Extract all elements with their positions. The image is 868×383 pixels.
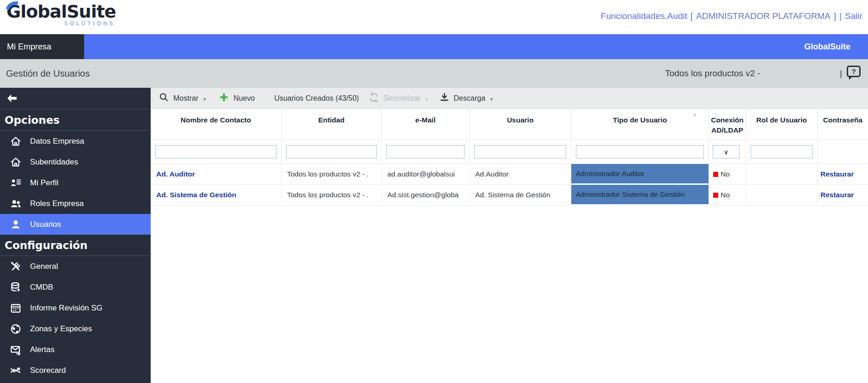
logo-text: GlobalSuite: [6, 1, 116, 22]
users-table: Nombre de Contacto Entidad e-Mail Usuari…: [151, 109, 868, 206]
filter-cell: [151, 140, 281, 164]
chevron-down-icon: [202, 94, 207, 103]
profile-card-icon: [9, 176, 22, 189]
tools-icon: [9, 260, 22, 273]
help-icon[interactable]: ?: [847, 66, 861, 77]
filter-cell: [818, 140, 868, 164]
mail-arrow-icon: [9, 343, 22, 356]
filter-input-nombre[interactable]: [155, 145, 276, 158]
sincronizar-label: Sincronizar: [384, 94, 421, 103]
sort-ascending-icon[interactable]: ▲: [692, 111, 697, 118]
column-header-tipo-de-usuario[interactable]: Tipo de Usuario▲: [571, 109, 709, 140]
pagebar-divider: |: [840, 68, 842, 79]
sync-icon: [368, 92, 379, 105]
filter-input-entidad[interactable]: [286, 145, 377, 158]
sidebar-item-label: CMDB: [30, 283, 53, 292]
toolbar: Mostrar Nuevo Usuarios Creados (43/50) S…: [151, 88, 868, 109]
user-name-link[interactable]: Ad. Auditor: [151, 164, 281, 185]
filter-input-email[interactable]: [386, 145, 465, 158]
sidebar-item-label: Scorecard: [30, 366, 66, 375]
top-header: GlobalSuite SOLUTIONS Funcionalidades.Au…: [0, 0, 868, 34]
column-header-entidad[interactable]: Entidad: [281, 109, 382, 140]
navbar: Mi Empresa GlobalSuite: [0, 34, 868, 59]
sidebar-item-alertas[interactable]: Alertas: [0, 339, 151, 360]
sidebar-item-scorecard[interactable]: Scorecard: [0, 360, 151, 381]
plus-icon: [219, 92, 229, 104]
calendar-icon: [9, 302, 22, 315]
column-header-conexion-ad-ldap[interactable]: Conexión AD/LDAP: [709, 109, 746, 140]
sincronizar-button[interactable]: Sincronizar: [368, 92, 429, 105]
sidebar-item-label: Usuarios: [30, 220, 61, 229]
tipo-usuario-cell[interactable]: Administrador Auditor: [571, 164, 709, 185]
filter-input-rol-de-usuario[interactable]: [751, 145, 813, 158]
column-header-email[interactable]: e-Mail: [382, 109, 470, 140]
sidebar-item-label: Roles Empresa: [30, 199, 84, 208]
filter-cell: [382, 140, 470, 164]
ldap-disconnected-icon: [713, 172, 718, 177]
restaurar-link[interactable]: Restaurar: [818, 164, 868, 185]
usuarios-creados-counter: Usuarios Creados (43/50): [274, 94, 359, 103]
ldap-disconnected-icon: [713, 193, 718, 198]
role-bracket-open: [: [691, 11, 693, 21]
filter-select-conexion-ad-ldap[interactable]: [713, 145, 740, 158]
column-header-rol-de-usuario[interactable]: Rol de Usuario: [746, 109, 818, 140]
nuevo-button[interactable]: Nuevo: [219, 92, 255, 104]
mostrar-label: Mostrar: [173, 94, 198, 103]
top-links-divider: |: [839, 11, 842, 21]
mostrar-button[interactable]: Mostrar: [159, 92, 207, 104]
page-bar: Gestión de Usuarios Todos los productos …: [0, 59, 868, 88]
filter-cell: [709, 140, 746, 164]
navbar-brand: GlobalSuite: [804, 42, 850, 52]
sidebar-item-zonas-y-especies[interactable]: Zonas y Especies: [0, 318, 151, 339]
main-area: Opciones Datos Empresa Subentidades Mi P…: [0, 88, 868, 383]
role-bracket-close: ]: [834, 11, 836, 21]
chevron-down-icon: [425, 94, 429, 103]
usuario-cell: Ad. Sistema de Gestión: [470, 185, 571, 206]
entidad-cell: Todos los productos v2 - .: [281, 164, 382, 185]
top-links: Funcionalidades.Audit [ ADMINISTRADOR PL…: [601, 11, 862, 21]
sidebar-item-informe-revision-sg[interactable]: Informe Revisión SG: [0, 298, 151, 318]
sidebar-item-subentidades[interactable]: Subentidades: [0, 152, 151, 172]
entity-context-label: Todos los productos v2 -: [665, 68, 760, 79]
sidebar-section-configuracion: Configuración: [0, 235, 151, 256]
tipo-usuario-cell[interactable]: Administrador Sistema de Gestión: [571, 185, 709, 206]
filter-input-usuario[interactable]: [474, 145, 566, 158]
download-icon: [439, 92, 450, 104]
filter-input-tipo-de-usuario[interactable]: [576, 145, 704, 158]
database-upload-icon: [9, 281, 22, 294]
sidebar-item-usuarios[interactable]: Usuarios: [0, 214, 151, 235]
descarga-label: Descarga: [454, 94, 485, 103]
rol-usuario-cell: [746, 185, 818, 206]
people-icon: [9, 197, 22, 210]
sidebar-item-label: General: [30, 262, 58, 271]
column-header-contrasena[interactable]: Contraseña: [818, 109, 868, 140]
sidebar-item-datos-empresa[interactable]: Datos Empresa: [0, 131, 151, 152]
column-header-usuario[interactable]: Usuario: [470, 109, 571, 140]
descarga-button[interactable]: Descarga: [439, 92, 494, 104]
sidebar-item-label: Mi Perfil: [30, 178, 58, 188]
column-header-nombre-de-contacto[interactable]: Nombre de Contacto: [151, 109, 281, 140]
trend-lines-icon: [9, 364, 22, 377]
user-name-link[interactable]: Ad. Sistema de Gestión: [151, 185, 281, 206]
search-icon: [159, 92, 169, 104]
email-cell: Ad.sist.gestion@globa: [382, 185, 470, 206]
sidebar-back-button[interactable]: [0, 88, 151, 109]
home-icon: [9, 156, 22, 169]
nuevo-label: Nuevo: [233, 94, 255, 103]
sidebar-item-label: Alertas: [30, 345, 55, 354]
module-link[interactable]: Funcionalidades.Audit: [601, 11, 687, 21]
restaurar-link[interactable]: Restaurar: [818, 185, 868, 206]
sidebar-item-cmdb[interactable]: CMDB: [0, 277, 151, 298]
sidebar-item-general[interactable]: General: [0, 256, 151, 277]
sidebar-section-opciones: Opciones: [0, 109, 151, 131]
person-icon: [9, 218, 22, 231]
role-label: ADMINISTRADOR PLATAFORMA: [696, 11, 831, 21]
sidebar-item-roles-empresa[interactable]: Roles Empresa: [0, 193, 151, 214]
conexion-ldap-cell: No: [709, 164, 746, 185]
logout-link[interactable]: Salir: [845, 11, 862, 21]
conexion-ldap-cell: No: [709, 185, 746, 206]
tab-mi-empresa[interactable]: Mi Empresa: [0, 34, 84, 59]
logo-g-arc-icon: G: [6, 1, 20, 22]
filter-cell: [470, 140, 571, 164]
sidebar-item-mi-perfil[interactable]: Mi Perfil: [0, 172, 151, 193]
